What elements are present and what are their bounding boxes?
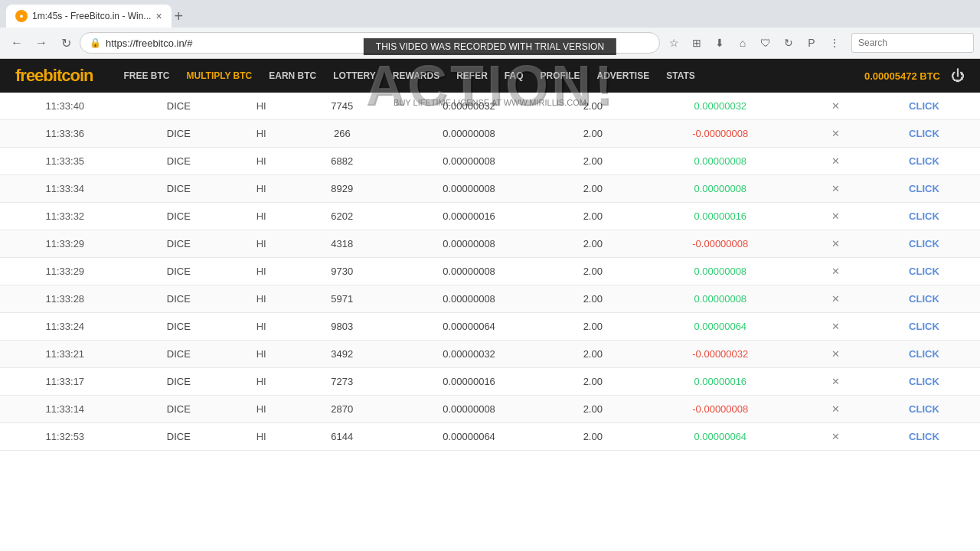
reload-button[interactable]: ↻: [55, 32, 77, 54]
back-button[interactable]: ←: [6, 32, 28, 54]
cell-bet: HI: [227, 396, 295, 423]
cell-multiplier: 2.00: [549, 148, 637, 175]
cell-number: 9730: [295, 258, 389, 285]
cell-bet: HI: [227, 148, 295, 175]
forward-button[interactable]: →: [31, 32, 52, 54]
nav-rewards[interactable]: REWARDS: [385, 67, 447, 84]
home-button[interactable]: ⌂: [732, 32, 753, 54]
download-button[interactable]: ⬇: [709, 32, 730, 54]
click-button[interactable]: CLICK: [868, 230, 980, 258]
click-button[interactable]: CLICK: [868, 341, 980, 368]
cell-profit: -0.00000008: [637, 230, 804, 258]
new-tab-button[interactable]: +: [175, 8, 184, 24]
delete-button[interactable]: ✕: [804, 203, 868, 230]
cell-time: 11:33:14: [0, 396, 130, 423]
table-row: 11:33:29 DICE HI 4318 0.00000008 2.00 -0…: [0, 230, 980, 258]
cell-type: DICE: [130, 230, 227, 258]
cell-type: DICE: [130, 396, 227, 423]
cell-number: 7745: [295, 93, 389, 120]
site-nav: freebitcoin FREE BTC MULTIPLY BTC EARN B…: [0, 59, 980, 93]
cell-time: 11:32:53: [0, 423, 130, 451]
nav-lottery[interactable]: LOTTERY: [325, 67, 384, 84]
cell-bet: HI: [227, 341, 295, 368]
table-row: 11:32:53 DICE HI 6144 0.00000064 2.00 0.…: [0, 423, 980, 451]
cell-amount: 0.00000008: [389, 258, 549, 285]
click-button[interactable]: CLICK: [868, 93, 980, 120]
bookmark-star-button[interactable]: ☆: [663, 32, 684, 54]
url-text: https://freebitco.in/#: [106, 37, 192, 49]
delete-button[interactable]: ✕: [804, 93, 868, 120]
delete-button[interactable]: ✕: [804, 175, 868, 203]
search-input[interactable]: [851, 33, 974, 53]
nav-refer[interactable]: REFER: [449, 67, 495, 84]
cell-multiplier: 2.00: [549, 313, 637, 341]
shield-button[interactable]: 🛡: [755, 32, 776, 54]
table-row: 11:33:29 DICE HI 9730 0.00000008 2.00 0.…: [0, 258, 980, 285]
cell-bet: HI: [227, 93, 295, 120]
click-button[interactable]: CLICK: [868, 423, 980, 451]
site-logo: freebitcoin: [15, 66, 93, 86]
cell-profit: 0.00000016: [637, 203, 804, 230]
cell-profit: 0.00000016: [637, 368, 804, 396]
click-button[interactable]: CLICK: [868, 396, 980, 423]
delete-button[interactable]: ✕: [804, 285, 868, 313]
cell-amount: 0.00000032: [389, 341, 549, 368]
nav-power-icon[interactable]: ⏻: [951, 68, 965, 84]
tab-title: 1m:45s - FreeBitco.in - Win...: [32, 11, 151, 21]
click-button[interactable]: CLICK: [868, 313, 980, 341]
cell-time: 11:33:32: [0, 203, 130, 230]
refresh-button[interactable]: ↻: [778, 32, 799, 54]
cell-multiplier: 2.00: [549, 368, 637, 396]
cell-profit: 0.00000008: [637, 285, 804, 313]
delete-button[interactable]: ✕: [804, 396, 868, 423]
pinterest-button[interactable]: P: [801, 32, 822, 54]
active-tab[interactable]: ● 1m:45s - FreeBitco.in - Win... ×: [6, 5, 172, 28]
cell-amount: 0.00000008: [389, 396, 549, 423]
nav-earn-btc[interactable]: EARN BTC: [261, 67, 324, 84]
delete-button[interactable]: ✕: [804, 368, 868, 396]
nav-profile[interactable]: PROFILE: [533, 67, 588, 84]
toolbar-icons: ☆ ⊞ ⬇ ⌂ 🛡 ↻ P ⋮: [663, 32, 845, 54]
nav-advertise[interactable]: ADVERTISE: [590, 67, 658, 84]
click-button[interactable]: CLICK: [868, 285, 980, 313]
delete-button[interactable]: ✕: [804, 341, 868, 368]
click-button[interactable]: CLICK: [868, 148, 980, 175]
delete-button[interactable]: ✕: [804, 230, 868, 258]
cell-profit: -0.00000008: [637, 396, 804, 423]
cell-bet: HI: [227, 120, 295, 148]
bets-table-container: 11:33:40 DICE HI 7745 0.00000032 2.00 0.…: [0, 93, 980, 551]
tab-close-button[interactable]: ×: [155, 10, 162, 22]
nav-stats[interactable]: STATS: [658, 67, 703, 84]
click-button[interactable]: CLICK: [868, 258, 980, 285]
url-box[interactable]: 🔒 https://freebitco.in/#: [80, 32, 660, 54]
delete-button[interactable]: ✕: [804, 423, 868, 451]
table-row: 11:33:34 DICE HI 8929 0.00000008 2.00 0.…: [0, 175, 980, 203]
nav-free-btc[interactable]: FREE BTC: [116, 67, 177, 84]
delete-button[interactable]: ✕: [804, 313, 868, 341]
nav-multiply-btc[interactable]: MULTIPLY BTC: [178, 67, 260, 84]
nav-faq[interactable]: FAQ: [497, 67, 531, 84]
click-button[interactable]: CLICK: [868, 120, 980, 148]
cell-profit: 0.00000064: [637, 313, 804, 341]
nav-links: FREE BTC MULTIPLY BTC EARN BTC LOTTERY R…: [116, 67, 965, 84]
cell-time: 11:33:28: [0, 285, 130, 313]
click-button[interactable]: CLICK: [868, 368, 980, 396]
table-row: 11:33:24 DICE HI 9803 0.00000064 2.00 0.…: [0, 313, 980, 341]
lock-icon: 🔒: [90, 37, 101, 48]
table-row: 11:33:32 DICE HI 6202 0.00000016 2.00 0.…: [0, 203, 980, 230]
extensions-button[interactable]: ⊞: [686, 32, 707, 54]
menu-button[interactable]: ⋮: [824, 32, 845, 54]
cell-type: DICE: [130, 368, 227, 396]
cell-profit: 0.00000008: [637, 258, 804, 285]
click-button[interactable]: CLICK: [868, 203, 980, 230]
delete-button[interactable]: ✕: [804, 120, 868, 148]
delete-button[interactable]: ✕: [804, 148, 868, 175]
cell-time: 11:33:29: [0, 230, 130, 258]
cell-time: 11:33:35: [0, 148, 130, 175]
delete-button[interactable]: ✕: [804, 258, 868, 285]
address-bar: ← → ↻ 🔒 https://freebitco.in/# ☆ ⊞ ⬇ ⌂ 🛡…: [0, 28, 980, 58]
cell-number: 2870: [295, 396, 389, 423]
cell-bet: HI: [227, 313, 295, 341]
cell-amount: 0.00000008: [389, 148, 549, 175]
click-button[interactable]: CLICK: [868, 175, 980, 203]
